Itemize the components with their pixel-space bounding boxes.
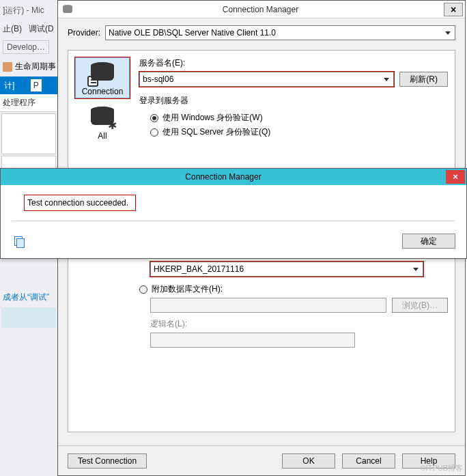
lifecycle-label: 生命周期事 [15, 61, 56, 71]
dialog-message: Test connection succeeded. [24, 195, 136, 211]
watermark: ©ITPUB博客 [421, 463, 464, 473]
radio-sql-label: 使用 SQL Server 身份验证(Q) [162, 126, 270, 138]
window-footer: Test Connection OK Cancel Help [58, 445, 465, 475]
ide-menu: 止(B) 调试(D [0, 20, 57, 38]
server-value: bs-sql06 [143, 74, 173, 84]
radio-windows-auth[interactable]: 使用 Windows 身份验证(W) [150, 112, 448, 124]
logon-group-label: 登录到服务器 [139, 95, 448, 107]
radio-attach-file[interactable]: 附加数据库文件(H): [139, 283, 448, 295]
ide-pane-1 [1, 113, 56, 154]
radio-sql-auth[interactable]: 使用 SQL Server 身份验证(Q) [150, 126, 448, 138]
ide-title: ]运行) - Mic [0, 0, 57, 20]
design-tab[interactable]: 计] P [0, 76, 57, 94]
dialog-titlebar: Connection Manager × [1, 169, 466, 185]
lifecycle-tab[interactable]: 生命周期事 [0, 61, 57, 72]
server-combo[interactable]: bs-sql06 [139, 72, 394, 87]
provider-value: Native OLE DB\SQL Server Native Client 1… [109, 28, 276, 38]
radio-icon [150, 114, 158, 122]
copy-icon[interactable] [14, 236, 25, 246]
menu-stop[interactable]: 止(B) [3, 24, 22, 33]
menu-debug[interactable]: 调试(D [29, 24, 54, 33]
dialog-close-button[interactable]: × [446, 170, 465, 184]
category-all[interactable]: All [75, 102, 130, 142]
category-connection-label: Connection [82, 87, 124, 96]
test-connection-button[interactable]: Test Connection [68, 453, 147, 468]
refresh-button[interactable]: 刷新(R) [399, 72, 448, 87]
attach-file-input [150, 298, 386, 313]
server-label: 服务器名(E): [139, 57, 448, 69]
window-title: Connection Manager [77, 5, 444, 14]
category-all-label: All [98, 131, 107, 141]
provider-label: Provider: [68, 28, 105, 38]
dialog-title: Connection Manager [1, 172, 446, 182]
test-result-dialog: Connection Manager × Test connection suc… [0, 168, 467, 259]
chevron-down-icon [381, 74, 392, 85]
debug-link[interactable]: 成者从“调试” [0, 289, 57, 306]
cancel-button[interactable]: Cancel [342, 453, 395, 468]
browse-button: 浏览(B)… [392, 298, 448, 313]
window-titlebar: Connection Manager × [58, 1, 465, 18]
database-value: HKERP_BAK_20171116 [154, 264, 244, 274]
radio-windows-label: 使用 Windows 身份验证(W) [162, 112, 263, 124]
connection-icon [89, 61, 116, 85]
radio-icon [150, 128, 158, 137]
handler-label: 处理程序 [0, 94, 57, 112]
radio-attach-label: 附加数据库文件(H): [152, 283, 223, 295]
close-button[interactable]: × [444, 3, 463, 16]
ide-pane-3 [1, 307, 56, 328]
logical-name-label: 逻辑名(L): [150, 318, 448, 330]
radio-icon [139, 285, 147, 294]
ok-button[interactable]: OK [282, 453, 335, 468]
chevron-down-icon [442, 27, 453, 38]
category-connection[interactable]: Connection [75, 57, 130, 98]
ide-toolbar: Develop… [0, 38, 57, 57]
database-combo[interactable]: HKERP_BAK_20171116 [150, 262, 423, 277]
lifecycle-icon [3, 62, 12, 72]
database-icon [62, 5, 73, 14]
all-icon [89, 105, 116, 130]
provider-combo[interactable]: Native OLE DB\SQL Server Native Client 1… [105, 25, 455, 40]
logical-name-input [150, 333, 355, 348]
chevron-down-icon [410, 264, 421, 275]
dialog-ok-button[interactable]: 确定 [402, 234, 455, 249]
develop-button[interactable]: Develop… [3, 40, 49, 54]
